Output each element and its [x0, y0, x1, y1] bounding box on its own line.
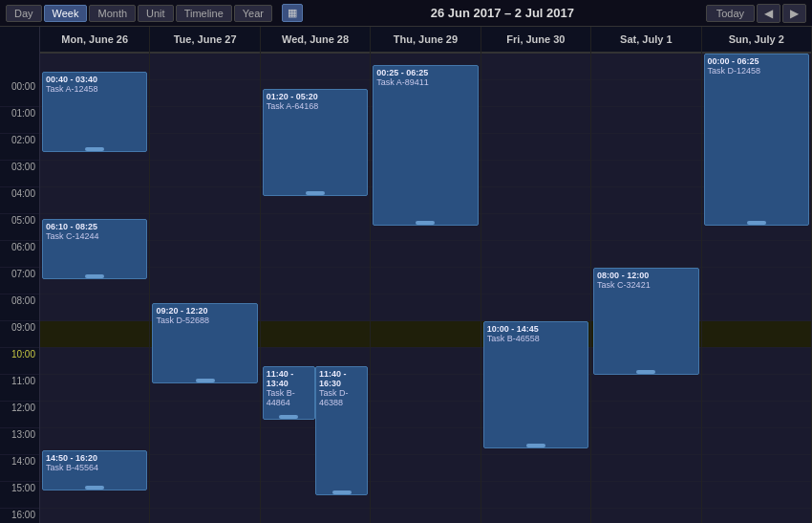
time-06: 06:00 [0, 241, 39, 268]
day-body-tue: 09:20 - 12:20Task D-52688 [150, 54, 259, 523]
task-resize-handle[interactable] [747, 221, 766, 225]
task-time: 14:50 - 16:20 [46, 453, 143, 463]
task-resize-handle[interactable] [85, 486, 104, 490]
task-sun-0[interactable]: 00:00 - 06:25Task D-12458 [704, 54, 809, 226]
task-resize-handle[interactable] [279, 415, 298, 419]
time-column: 00:00 01:00 02:00 03:00 04:00 05:00 06:0… [0, 27, 40, 523]
task-time: 10:00 - 14:45 [487, 324, 585, 334]
week-button[interactable]: Week [44, 5, 88, 22]
task-time: 00:25 - 06:25 [376, 68, 474, 77]
task-fri-0[interactable]: 10:00 - 14:45Task B-46558 [483, 321, 588, 448]
next-button[interactable]: ▶ [782, 4, 806, 23]
task-resize-handle[interactable] [526, 444, 545, 447]
task-mon-0[interactable]: 00:40 - 03:40Task A-12458 [42, 72, 147, 152]
time-11: 11:00 [0, 375, 39, 402]
task-time: 11:40 - 13:40 [267, 369, 311, 388]
unit-button[interactable]: Unit [138, 5, 174, 22]
time-13: 13:00 [0, 428, 39, 455]
time-08: 08:00 [0, 294, 39, 321]
calendar-grid: 00:00 01:00 02:00 03:00 04:00 05:00 06:0… [0, 27, 812, 523]
task-name: Task A-64168 [267, 101, 364, 111]
task-resize-handle[interactable] [85, 147, 104, 151]
day-body-mon: 00:40 - 03:40Task A-1245806:10 - 08:25Ta… [40, 54, 149, 523]
task-resize-handle[interactable] [306, 191, 325, 195]
task-sat-0[interactable]: 08:00 - 12:00Task C-32421 [593, 268, 698, 375]
time-07: 07:00 [0, 268, 39, 294]
time-00: 00:00 [0, 80, 39, 107]
day-header-mon: Mon, June 26 [40, 27, 149, 54]
task-name: Task D-46388 [319, 388, 364, 407]
calendar-header: Day Week Month Unit Timeline Year ▦ 26 J… [0, 0, 812, 27]
date-range: 26 Jun 2017 – 2 Jul 2017 [303, 6, 702, 20]
day-header-fri: Fri, June 30 [481, 27, 590, 54]
task-name: Task B-46558 [487, 334, 585, 343]
task-name: Task B-44864 [267, 388, 311, 407]
task-time: 06:10 - 08:25 [46, 222, 143, 231]
task-name: Task D-12458 [708, 66, 805, 76]
time-01: 01:00 [0, 107, 39, 134]
task-time: 00:40 - 03:40 [46, 75, 143, 84]
task-name: Task D-52688 [156, 316, 253, 325]
task-thu-0[interactable]: 00:25 - 06:25Task A-89411 [373, 65, 478, 226]
day-col-sun: Sun, July 200:00 - 06:25Task D-12458 [702, 27, 812, 523]
time-15: 15:00 [0, 482, 39, 509]
task-resize-handle[interactable] [85, 274, 104, 278]
task-resize-handle[interactable] [196, 379, 215, 382]
grid-icon[interactable]: ▦ [282, 4, 303, 22]
time-02: 02:00 [0, 134, 39, 161]
day-header-sat: Sat, July 1 [591, 27, 700, 54]
day-body-thu: 00:25 - 06:25Task A-89411 [371, 54, 480, 523]
task-name: Task C-14244 [46, 231, 143, 241]
task-resize-handle[interactable] [636, 370, 655, 374]
day-body-sat: 08:00 - 12:00Task C-32421 [591, 54, 700, 523]
view-buttons: Day Week Month Unit Timeline Year [6, 5, 272, 22]
day-col-mon: Mon, June 2600:40 - 03:40Task A-1245806:… [40, 27, 150, 523]
month-button[interactable]: Month [89, 5, 136, 22]
time-14: 14:00 [0, 455, 39, 482]
day-header-sun: Sun, July 2 [702, 27, 811, 54]
time-16: 16:00 [0, 509, 39, 523]
task-time: 00:00 - 06:25 [708, 56, 805, 66]
task-time: 11:40 - 16:30 [319, 369, 364, 388]
day-col-sat: Sat, July 108:00 - 12:00Task C-32421 [591, 27, 701, 523]
day-header-thu: Thu, June 29 [371, 27, 480, 54]
task-name: Task A-89411 [376, 77, 474, 87]
task-resize-handle[interactable] [416, 221, 435, 225]
day-col-wed: Wed, June 2801:20 - 05:20Task A-6416811:… [261, 27, 371, 523]
task-name: Task C-32421 [597, 280, 694, 290]
days-container: Mon, June 2600:40 - 03:40Task A-1245806:… [40, 27, 812, 523]
time-10: 10:00 [0, 348, 39, 375]
day-body-fri: 10:00 - 14:45Task B-46558 [481, 54, 590, 523]
today-button[interactable]: Today [706, 5, 755, 22]
task-resize-handle[interactable] [332, 490, 352, 494]
day-header-tue: Tue, June 27 [150, 27, 259, 54]
time-09: 09:00 [0, 321, 39, 348]
day-col-thu: Thu, June 2900:25 - 06:25Task A-89411 [371, 27, 481, 523]
time-04: 04:00 [0, 187, 39, 214]
timeline-button[interactable]: Timeline [176, 5, 232, 22]
task-mon-1[interactable]: 06:10 - 08:25Task C-14244 [42, 219, 147, 279]
time-12: 12:00 [0, 402, 39, 428]
prev-button[interactable]: ◀ [757, 4, 780, 23]
day-body-wed: 01:20 - 05:20Task A-6416811:40 - 13:40Ta… [261, 54, 370, 523]
time-03: 03:00 [0, 161, 39, 187]
task-wed-0[interactable]: 01:20 - 05:20Task A-64168 [263, 89, 368, 196]
day-col-fri: Fri, June 3010:00 - 14:45Task B-46558 [481, 27, 591, 523]
time-05: 05:00 [0, 214, 39, 241]
day-body-sun: 00:00 - 06:25Task D-12458 [702, 54, 811, 523]
task-mon-2[interactable]: 14:50 - 16:20Task B-45564 [42, 450, 147, 490]
task-tue-0[interactable]: 09:20 - 12:20Task D-52688 [152, 303, 257, 383]
task-wed-1[interactable]: 11:40 - 13:40Task B-44864 [263, 366, 315, 420]
task-name: Task B-45564 [46, 463, 143, 472]
task-name: Task A-12458 [46, 84, 143, 94]
task-wed-2[interactable]: 11:40 - 16:30Task D-46388 [315, 366, 368, 495]
day-header-wed: Wed, June 28 [261, 27, 370, 54]
day-col-tue: Tue, June 2709:20 - 12:20Task D-52688 [150, 27, 260, 523]
task-time: 08:00 - 12:00 [597, 271, 694, 280]
task-time: 09:20 - 12:20 [156, 306, 253, 316]
day-button[interactable]: Day [6, 5, 42, 22]
task-time: 01:20 - 05:20 [267, 92, 364, 101]
year-button[interactable]: Year [234, 5, 272, 22]
